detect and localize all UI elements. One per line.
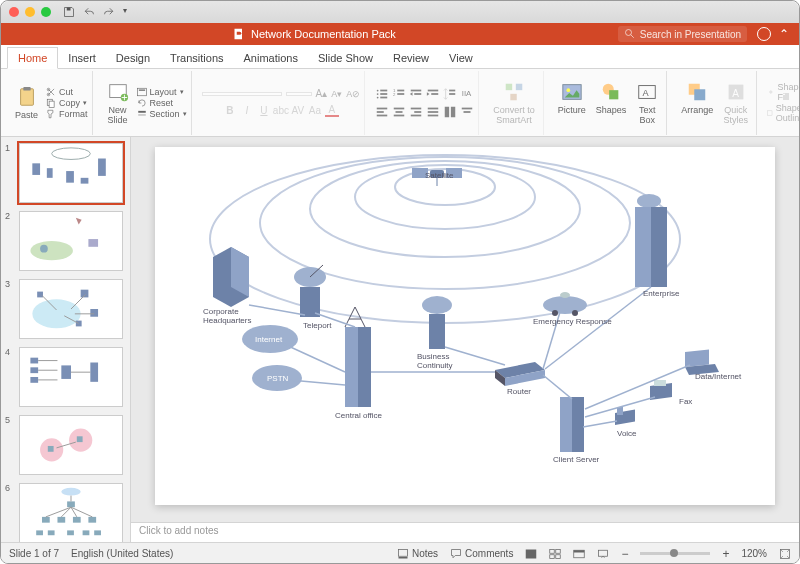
minimize-window-button[interactable] <box>25 7 35 17</box>
notes-toggle[interactable]: Notes <box>397 548 438 560</box>
tab-view[interactable]: View <box>439 48 483 68</box>
svg-rect-22 <box>398 89 405 91</box>
bullets-icon[interactable] <box>375 87 389 101</box>
zoom-out-button[interactable]: − <box>621 547 628 561</box>
reset-button[interactable]: Reset <box>137 98 187 108</box>
tab-design[interactable]: Design <box>106 48 160 68</box>
text-direction-icon[interactable]: IIA <box>460 87 474 101</box>
layout-icon <box>137 87 147 97</box>
slide-canvas-viewport[interactable]: Satellite Corporate Headquarters Telepor… <box>131 137 799 522</box>
tab-transitions[interactable]: Transitions <box>160 48 233 68</box>
zoom-slider[interactable] <box>640 552 710 555</box>
quick-styles-button[interactable]: AQuick Styles <box>719 79 752 127</box>
comments-toggle[interactable]: Comments <box>450 548 513 560</box>
justify-icon[interactable] <box>426 105 440 119</box>
textbox-button[interactable]: AText Box <box>632 79 662 127</box>
svg-rect-68 <box>81 178 89 184</box>
layout-button[interactable]: Layout▾ <box>137 87 187 97</box>
italic-button[interactable]: I <box>240 103 254 117</box>
tab-home[interactable]: Home <box>7 47 58 69</box>
svg-rect-88 <box>48 446 54 452</box>
svg-rect-130 <box>654 380 666 386</box>
slide-thumbnail-6[interactable] <box>19 483 123 542</box>
font-size-select[interactable] <box>286 92 312 96</box>
font-name-select[interactable] <box>202 92 282 96</box>
collapse-ribbon-button[interactable]: ⌃ <box>779 27 789 41</box>
svg-rect-12 <box>138 89 144 90</box>
line-spacing-icon[interactable] <box>443 87 457 101</box>
shape-outline-button[interactable]: Shape Outline▾ <box>767 103 800 123</box>
svg-rect-4 <box>23 86 30 90</box>
new-slide-button[interactable]: New Slide <box>103 79 133 127</box>
bold-button[interactable]: B <box>223 103 237 117</box>
quick-styles-icon: A <box>725 81 747 103</box>
tab-slideshow[interactable]: Slide Show <box>308 48 383 68</box>
align-center-icon[interactable] <box>392 105 406 119</box>
quick-access-toolbar: ▾ <box>63 6 127 18</box>
slide-thumbnail-1[interactable] <box>19 143 123 203</box>
zoom-level[interactable]: 120% <box>741 548 767 559</box>
normal-view-icon[interactable] <box>525 548 537 560</box>
notes-pane[interactable]: Click to add notes <box>131 522 799 542</box>
svg-point-116 <box>422 296 452 314</box>
svg-point-91 <box>61 488 80 496</box>
columns-icon[interactable] <box>443 105 457 119</box>
picture-button[interactable]: Picture <box>554 79 590 127</box>
svg-rect-14 <box>138 114 146 116</box>
paste-button[interactable]: Paste <box>11 84 42 122</box>
reading-view-icon[interactable] <box>573 548 585 560</box>
tab-insert[interactable]: Insert <box>58 48 106 68</box>
slide-thumbnail-2[interactable] <box>19 211 123 271</box>
underline-button[interactable]: U <box>257 103 271 117</box>
slide-thumbnail-panel[interactable]: 1 2 3 4 5 6 <box>1 137 131 542</box>
zoom-in-button[interactable]: + <box>722 547 729 561</box>
svg-rect-24 <box>398 93 405 95</box>
convert-smartart-button[interactable]: Convert to SmartArt <box>489 79 539 127</box>
qat-dropdown-icon[interactable]: ▾ <box>123 6 127 18</box>
feedback-smiley-icon[interactable] <box>757 27 771 41</box>
shadow-button[interactable]: AV <box>291 103 305 117</box>
svg-rect-33 <box>377 111 384 113</box>
slide-thumbnail-3[interactable] <box>19 279 123 339</box>
clear-format-icon[interactable]: A⊘ <box>346 89 360 99</box>
align-text-icon[interactable] <box>460 105 474 119</box>
search-in-presentation[interactable]: Search in Presentation <box>618 26 747 42</box>
decrease-font-icon[interactable]: A▾ <box>331 89 342 99</box>
redo-icon[interactable] <box>103 6 115 18</box>
svg-rect-97 <box>36 530 43 535</box>
fit-to-window-icon[interactable] <box>779 548 791 560</box>
section-button[interactable]: Section▾ <box>137 109 187 119</box>
save-icon[interactable] <box>63 6 75 18</box>
shape-fill-button[interactable]: Shape Fill▾ <box>767 82 800 102</box>
font-color-button[interactable]: A <box>325 103 339 117</box>
status-language[interactable]: English (United States) <box>71 548 173 559</box>
copy-button[interactable]: Copy▾ <box>46 98 88 108</box>
decrease-indent-icon[interactable] <box>409 87 423 101</box>
maximize-window-button[interactable] <box>41 7 51 17</box>
slide-thumbnail-5[interactable] <box>19 415 123 475</box>
slideshow-view-icon[interactable] <box>597 548 609 560</box>
strike-button[interactable]: abc <box>274 103 288 117</box>
paste-icon <box>16 86 38 108</box>
undo-icon[interactable] <box>83 6 95 18</box>
svg-point-15 <box>377 89 379 91</box>
align-right-icon[interactable] <box>409 105 423 119</box>
tab-review[interactable]: Review <box>383 48 439 68</box>
sorter-view-icon[interactable] <box>549 548 561 560</box>
slide-thumbnail-4[interactable] <box>19 347 123 407</box>
increase-indent-icon[interactable] <box>426 87 440 101</box>
increase-font-icon[interactable]: A▴ <box>316 88 328 99</box>
char-spacing-button[interactable]: Aa <box>308 103 322 117</box>
slide-1[interactable]: Satellite Corporate Headquarters Telepor… <box>155 147 775 505</box>
cut-button[interactable]: Cut <box>46 87 88 97</box>
close-window-button[interactable] <box>9 7 19 17</box>
tab-animations[interactable]: Animations <box>234 48 308 68</box>
align-left-icon[interactable] <box>375 105 389 119</box>
shape-fill-icon <box>767 87 775 97</box>
numbering-icon[interactable]: 12 <box>392 87 406 101</box>
shapes-button[interactable]: Shapes <box>592 79 631 127</box>
svg-rect-26 <box>415 93 422 95</box>
arrange-button[interactable]: Arrange <box>677 79 717 127</box>
main-area: 1 2 3 4 5 6 <box>1 137 799 542</box>
format-painter-button[interactable]: Format <box>46 109 88 119</box>
